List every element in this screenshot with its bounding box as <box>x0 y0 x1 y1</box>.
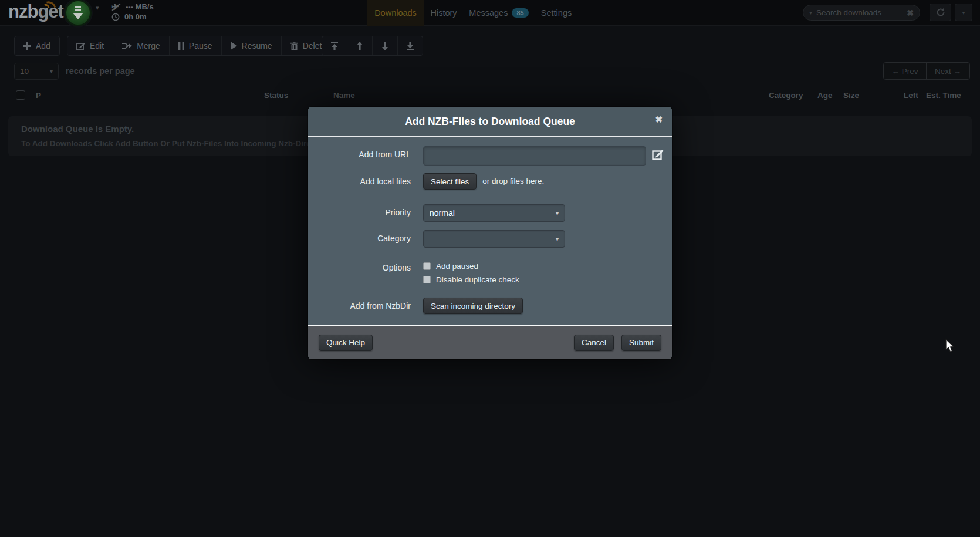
caret-down-icon: ▾ <box>50 68 53 75</box>
download-arrow-icon <box>66 1 90 25</box>
options-label: Options <box>308 261 411 272</box>
add-nzb-modal: Add NZB-Files to Download Queue ✖ Add fr… <box>308 107 672 359</box>
category-label: Category <box>308 230 411 243</box>
toolbar-group-add: Add <box>14 36 60 56</box>
toolbar-group-move <box>322 36 423 56</box>
close-icon[interactable]: ✖ <box>655 114 663 125</box>
arrow-down-bar-icon <box>406 42 414 50</box>
trash-icon <box>290 42 298 50</box>
arrow-down-icon <box>381 42 389 50</box>
column-header-est-time[interactable]: Est. Time <box>926 91 961 100</box>
local-files-label: Add local files <box>308 173 411 186</box>
move-down-button[interactable] <box>373 36 398 55</box>
toolbar-group-actions: Edit Merge Pause Resume <box>67 36 336 56</box>
plus-icon <box>23 42 31 50</box>
disable-duplicate-check-checkbox[interactable] <box>423 276 431 283</box>
top-navbar: nzbget ▾ ✈ --- MB/s 0h 0m <box>0 0 980 26</box>
refresh-button[interactable] <box>930 4 951 21</box>
text-cursor <box>428 150 428 162</box>
edit-url-icon[interactable] <box>652 148 664 161</box>
url-input[interactable] <box>424 147 646 165</box>
priority-label: Priority <box>308 204 411 217</box>
column-header-status[interactable]: Status <box>264 91 288 100</box>
modal-title: Add NZB-Files to Download Queue <box>405 116 575 128</box>
merge-button[interactable]: Merge <box>113 36 170 55</box>
resume-button[interactable]: Resume <box>222 36 282 55</box>
clock-icon <box>111 13 120 21</box>
status-line: ✈ --- MB/s 0h 0m <box>111 2 211 22</box>
edit-button[interactable]: Edit <box>67 36 113 55</box>
column-header-left[interactable]: Left <box>904 91 918 100</box>
download-menu-button[interactable] <box>65 0 92 26</box>
submit-button[interactable]: Submit <box>621 335 661 351</box>
nzbdir-label: Add from NzbDir <box>308 298 411 310</box>
tab-downloads[interactable]: Downloads <box>367 0 424 26</box>
modal-header: Add NZB-Files to Download Queue ✖ <box>308 107 672 137</box>
airplane-off-icon: ✈ <box>111 2 121 11</box>
modal-footer: Quick Help Cancel Submit <box>308 325 672 359</box>
pause-button[interactable]: Pause <box>170 36 222 55</box>
category-select[interactable]: ▾ <box>423 230 565 248</box>
records-per-page-select[interactable]: 10 ▾ <box>14 63 59 80</box>
select-all-checkbox[interactable] <box>16 90 25 100</box>
url-input-wrap <box>423 146 646 166</box>
tab-settings[interactable]: Settings <box>538 0 575 26</box>
modal-body: Add from URL Add local files Select file… <box>308 137 672 314</box>
add-paused-label: Add paused <box>436 262 478 271</box>
cancel-button[interactable]: Cancel <box>574 335 614 351</box>
mouse-cursor <box>941 338 955 353</box>
play-icon <box>231 42 237 50</box>
logo-caret-icon[interactable]: ▾ <box>96 4 99 12</box>
url-field-label: Add from URL <box>308 146 411 159</box>
speed-value: --- MB/s <box>126 2 154 11</box>
scan-incoming-directory-button[interactable]: Scan incoming directory <box>423 298 523 314</box>
refresh-icon <box>936 8 945 17</box>
column-header-priority[interactable]: P <box>36 91 41 100</box>
refresh-interval-button[interactable]: ▾ <box>955 4 972 21</box>
add-button[interactable]: Add <box>15 36 59 55</box>
disable-duplicate-check-label: Disable duplicate check <box>436 275 519 284</box>
column-header-size[interactable]: Size <box>843 91 859 100</box>
caret-down-icon: ▾ <box>962 9 965 16</box>
column-header-name[interactable]: Name <box>333 91 355 100</box>
tab-messages[interactable]: Messages 85 <box>467 0 530 26</box>
tab-history[interactable]: History <box>427 0 461 26</box>
quick-help-button[interactable]: Quick Help <box>319 335 373 351</box>
pause-icon <box>178 42 184 50</box>
caret-down-icon: ▾ <box>556 210 559 217</box>
caret-down-icon: ▾ <box>556 236 559 242</box>
drop-files-hint: or drop files here. <box>482 173 544 185</box>
column-header-category[interactable]: Category <box>769 91 803 100</box>
merge-icon <box>122 42 132 50</box>
messages-count-badge: 85 <box>512 8 528 18</box>
search-box[interactable]: ▾ ✖ <box>803 5 920 21</box>
records-per-page-label: records per page <box>66 66 135 76</box>
column-header-age[interactable]: Age <box>817 91 833 100</box>
time-left-value: 0h 0m <box>124 12 147 21</box>
edit-icon <box>76 42 85 50</box>
search-options-caret-icon[interactable]: ▾ <box>809 9 812 16</box>
move-up-button[interactable] <box>347 36 373 55</box>
select-files-button[interactable]: Select files <box>423 173 477 190</box>
prev-page-button[interactable]: ← Prev <box>884 63 927 79</box>
search-clear-icon[interactable]: ✖ <box>907 8 914 18</box>
priority-select[interactable]: normal ▾ <box>423 204 565 222</box>
nzbget-app: nzbget ▾ ✈ --- MB/s 0h 0m <box>0 0 980 537</box>
arrow-up-bar-icon <box>330 42 339 50</box>
logo-text: nzb <box>8 1 38 22</box>
arrow-up-icon <box>356 42 364 50</box>
queue-table-header: P Status Name Category Age Size Left Est… <box>0 87 980 104</box>
add-paused-checkbox[interactable] <box>423 262 431 270</box>
next-page-button[interactable]: Next → <box>927 63 969 79</box>
move-top-button[interactable] <box>322 36 347 55</box>
options-group: Add paused Disable duplicate check <box>423 261 519 288</box>
pager: ← Prev Next → <box>883 62 970 80</box>
move-bottom-button[interactable] <box>398 36 423 55</box>
app-logo: nzbget <box>8 1 63 22</box>
search-input[interactable] <box>816 8 903 17</box>
